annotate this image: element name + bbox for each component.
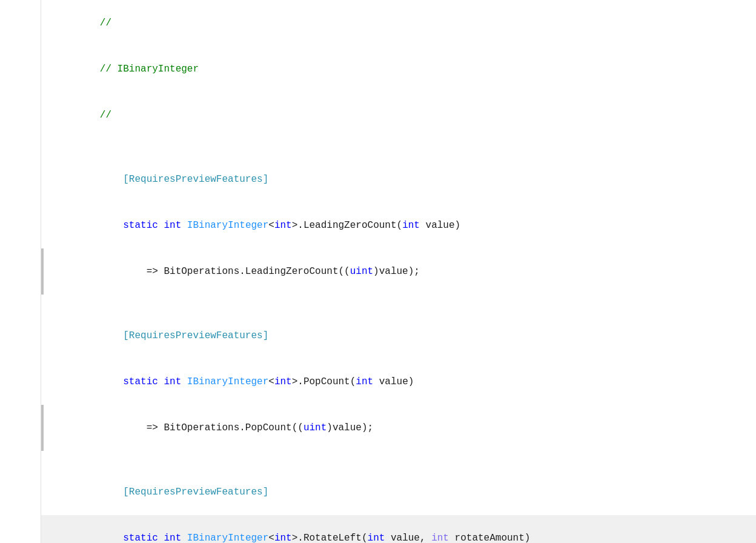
line-text-7: => BitOperations.LeadingZeroCount((uint)… (44, 248, 756, 295)
plain-span (100, 533, 123, 543)
keyword-int3: int (356, 376, 373, 387)
code-line-blank-2 (41, 295, 756, 313)
comment-span: // IBinaryInteger (100, 64, 199, 75)
type-span: IBinaryInteger (187, 220, 268, 231)
code-line-14: static int IBinaryInteger<int>.RotateLef… (41, 515, 756, 543)
plain-span (158, 220, 164, 231)
plain-span (100, 376, 123, 387)
plain-span: >.PopCount( (292, 376, 356, 387)
code-line-5: [RequiresPreviewFeatures] (41, 156, 756, 202)
plain-span: < (268, 220, 274, 231)
type-span: IBinaryInteger (187, 376, 268, 387)
line-text-blank-1 (44, 138, 756, 156)
keyword-uint: uint (350, 266, 373, 277)
line-text-2: // IBinaryInteger (44, 46, 756, 92)
plain-span (181, 533, 187, 543)
keyword-static: static (123, 376, 158, 387)
plain-span (158, 533, 164, 543)
keyword-int: int (164, 376, 181, 387)
line-text-6: static int IBinaryInteger<int>.LeadingZe… (44, 202, 756, 248)
plain-span: < (268, 376, 274, 387)
gutter (0, 0, 41, 543)
type-span: IBinaryInteger (187, 533, 268, 543)
line-text-10: static int IBinaryInteger<int>.PopCount(… (44, 359, 756, 405)
plain-span: value, (385, 533, 431, 543)
plain-span (181, 376, 187, 387)
keyword-int: int (164, 533, 181, 543)
attribute-span: [RequiresPreviewFeatures] (123, 174, 268, 185)
plain-span: )value); (327, 422, 373, 433)
plain-span (100, 487, 123, 498)
line-text-14: static int IBinaryInteger<int>.RotateLef… (44, 515, 756, 543)
code-line-2: // IBinaryInteger (41, 46, 756, 92)
comment-span: // (100, 18, 111, 28)
keyword-int: int (164, 220, 181, 231)
keyword-int2: int (274, 220, 292, 231)
code-line-3: // (41, 92, 756, 138)
code-line-6: static int IBinaryInteger<int>.LeadingZe… (41, 202, 756, 248)
plain-span: value) (373, 376, 414, 387)
plain-span (100, 220, 123, 231)
keyword-uint: uint (303, 422, 327, 433)
attribute-span: [RequiresPreviewFeatures] (123, 330, 268, 341)
param-int: int (431, 533, 449, 543)
keyword-int2: int (274, 376, 292, 387)
plain-span (181, 220, 187, 231)
plain-span: >.RotateLeft( (292, 533, 368, 543)
code-line-blank-1 (41, 138, 756, 156)
keyword-int3: int (402, 220, 420, 231)
line-text-9: [RequiresPreviewFeatures] (44, 313, 756, 359)
plain-span (100, 174, 123, 185)
code-line-blank-3 (41, 451, 756, 469)
line-text-blank-2 (44, 295, 756, 313)
code-line-11: => BitOperations.PopCount((uint)value); (41, 405, 756, 451)
plain-span: )value); (373, 266, 420, 277)
plain-span: => BitOperations.LeadingZeroCount(( (100, 266, 350, 277)
line-text-1: // (44, 0, 756, 46)
line-text-5: [RequiresPreviewFeatures] (44, 156, 756, 202)
comment-span: // (100, 110, 111, 121)
plain-span: rotateAmount) (449, 533, 530, 543)
keyword-int2: int (274, 533, 292, 543)
line-text-13: [RequiresPreviewFeatures] (44, 469, 756, 515)
code-line-7: => BitOperations.LeadingZeroCount((uint)… (41, 248, 756, 295)
line-text-3: // (44, 92, 756, 138)
plain-span: >.LeadingZeroCount( (292, 220, 402, 231)
code-container: // // IBinaryInteger // [Requir (0, 0, 756, 543)
keyword-static: static (123, 220, 158, 231)
plain-span: < (268, 533, 274, 543)
plain-span: => BitOperations.PopCount(( (100, 422, 303, 433)
keyword-int3: int (368, 533, 385, 543)
plain-span: value) (420, 220, 460, 231)
attribute-span: [RequiresPreviewFeatures] (123, 487, 268, 498)
code-content[interactable]: // // IBinaryInteger // [Requir (41, 0, 756, 543)
code-line-9: [RequiresPreviewFeatures] (41, 313, 756, 359)
plain-span (100, 330, 123, 341)
keyword-static: static (123, 533, 158, 543)
line-text-blank-3 (44, 451, 756, 469)
plain-span (158, 376, 164, 387)
line-text-11: => BitOperations.PopCount((uint)value); (44, 405, 756, 451)
code-line-13: [RequiresPreviewFeatures] (41, 469, 756, 515)
code-line-10: static int IBinaryInteger<int>.PopCount(… (41, 359, 756, 405)
code-line-1: // (41, 0, 756, 46)
